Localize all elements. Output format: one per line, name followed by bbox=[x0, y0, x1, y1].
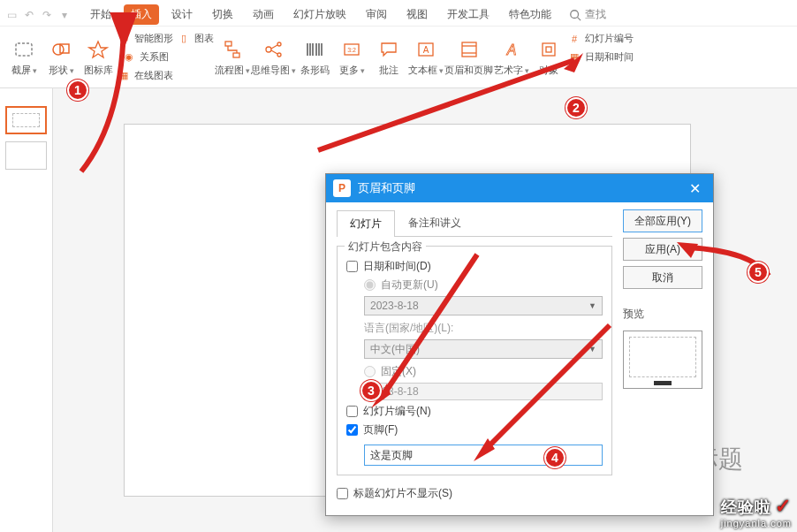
fixed-radio[interactable]: 固定(X) bbox=[364, 364, 603, 379]
headerfooter-icon bbox=[457, 37, 482, 62]
svg-text:A: A bbox=[423, 45, 429, 55]
datetime-checkbox[interactable]: 日期和时间(D) bbox=[346, 259, 603, 274]
ribbon-label: 艺术字▾ bbox=[494, 64, 529, 77]
textbox-icon: A bbox=[414, 37, 438, 62]
date-select[interactable]: 2023-8-18▼ bbox=[364, 296, 603, 315]
redo-icon[interactable]: ↷ bbox=[41, 9, 53, 21]
headerfooter-button[interactable]: 页眉和页脚 bbox=[444, 31, 493, 84]
chart-icon: ▯ bbox=[177, 32, 191, 46]
onlinechart-button[interactable]: ▦在线图表 bbox=[117, 67, 173, 84]
svg-point-9 bbox=[277, 42, 281, 46]
annotation-badge-2: 2 bbox=[565, 97, 587, 118]
barcode-button[interactable]: 条形码 bbox=[296, 31, 333, 84]
svg-rect-2 bbox=[16, 43, 32, 56]
datetime-icon: ▦ bbox=[567, 50, 581, 65]
onlinechart-icon: ▦ bbox=[117, 68, 131, 82]
auto-update-radio[interactable]: 自动更新(U) bbox=[364, 277, 603, 293]
tab-transition[interactable]: 切换 bbox=[205, 4, 240, 25]
ribbon-label: 页眉和页脚 bbox=[444, 64, 493, 77]
object-icon bbox=[536, 37, 561, 62]
search-button[interactable]: 查找 bbox=[569, 7, 606, 22]
ribbon-label: 条形码 bbox=[300, 64, 330, 77]
tab-insert[interactable]: 插入 bbox=[124, 4, 159, 25]
more-icon: 3:2 bbox=[339, 37, 364, 62]
relation-button[interactable]: ◉关系图 bbox=[117, 49, 173, 65]
slidenum-checkbox[interactable]: 幻灯片编号(N) bbox=[346, 404, 603, 419]
ribbon-label: 图表 bbox=[194, 32, 214, 45]
apply-all-button[interactable]: 全部应用(Y) bbox=[623, 209, 702, 232]
mindmap-icon bbox=[262, 37, 286, 62]
svg-marker-5 bbox=[89, 42, 107, 57]
svg-rect-6 bbox=[225, 42, 232, 46]
language-select[interactable]: 中文(中国)▼ bbox=[364, 339, 603, 359]
shape-button[interactable]: 形状▾ bbox=[42, 31, 80, 84]
ribbon-label: 幻灯片编号 bbox=[585, 32, 634, 45]
ribbon-label: 流程图▾ bbox=[215, 64, 250, 77]
screenshot-icon bbox=[11, 37, 36, 62]
tab-special[interactable]: 特色功能 bbox=[502, 4, 558, 25]
tab-animation[interactable]: 动画 bbox=[246, 4, 281, 25]
ribbon-label: 批注 bbox=[379, 64, 398, 77]
fixed-date-input: 2023-8-18 bbox=[364, 383, 603, 400]
comment-icon bbox=[376, 37, 401, 62]
preview-box bbox=[623, 331, 702, 389]
object-button[interactable]: 对象 bbox=[530, 31, 567, 84]
thumbnail-2[interactable] bbox=[5, 141, 47, 170]
search-icon bbox=[569, 9, 581, 21]
ribbon-label: 文本框▾ bbox=[408, 64, 444, 77]
svg-point-10 bbox=[277, 53, 281, 57]
barcode-icon bbox=[302, 37, 327, 62]
tab-slideshow[interactable]: 幻灯片放映 bbox=[286, 4, 353, 25]
ribbon-label: 截屏▾ bbox=[11, 64, 37, 77]
title-hide-checkbox[interactable]: 标题幻灯片不显示(S) bbox=[337, 486, 612, 501]
smartshape-button[interactable]: ▭智能图形 bbox=[117, 31, 173, 48]
wordart-icon: A bbox=[499, 37, 524, 62]
tab-notes[interactable]: 备注和讲义 bbox=[395, 209, 474, 236]
language-label: 语言(国家/地区)(L): bbox=[364, 321, 603, 336]
checkmark-icon: ✓ bbox=[775, 495, 791, 517]
textbox-button[interactable]: A 文本框▾ bbox=[407, 31, 444, 84]
tab-review[interactable]: 审阅 bbox=[359, 4, 394, 25]
ribbon-label: 更多▾ bbox=[339, 64, 365, 77]
more-button[interactable]: 3:2 更多▾ bbox=[333, 31, 370, 84]
dialog-tabs: 幻灯片 备注和讲义 bbox=[337, 209, 612, 237]
relation-icon: ◉ bbox=[122, 50, 136, 65]
insert-ribbon: 截屏▾ 形状▾ 图标库 ▭智能图形 ◉关系图 ▦在线图表 ▯图表 流程图▾ 思维… bbox=[0, 27, 797, 88]
qat-dropdown-icon[interactable]: ▾ bbox=[58, 9, 71, 21]
ribbon-label: 智能图形 bbox=[134, 32, 173, 45]
svg-text:A: A bbox=[506, 42, 517, 57]
save-icon[interactable]: ▭ bbox=[5, 9, 18, 21]
wordart-button[interactable]: A 艺术字▾ bbox=[493, 31, 530, 84]
footer-checkbox[interactable]: 页脚(F) bbox=[346, 422, 603, 437]
svg-text:3:2: 3:2 bbox=[347, 47, 356, 53]
slide-contains-group: 幻灯片包含内容 日期和时间(D) 自动更新(U) 2023-8-18▼ 语言(国… bbox=[337, 246, 612, 475]
comment-button[interactable]: 批注 bbox=[370, 31, 407, 84]
app-logo-icon: P bbox=[333, 179, 351, 197]
slidenum-button[interactable]: #幻灯片编号 bbox=[567, 31, 634, 48]
tab-start[interactable]: 开始 bbox=[83, 4, 118, 25]
chart-button[interactable]: ▯图表 bbox=[177, 31, 214, 48]
ribbon-label: 思维导图▾ bbox=[251, 64, 296, 77]
undo-icon[interactable]: ↶ bbox=[23, 9, 35, 21]
tab-slide[interactable]: 幻灯片 bbox=[337, 210, 395, 237]
tab-design[interactable]: 设计 bbox=[164, 4, 200, 25]
quick-access-toolbar: ▭ ↶ ↷ ▾ bbox=[5, 9, 71, 21]
annotation-badge-3: 3 bbox=[361, 380, 382, 401]
svg-rect-19 bbox=[543, 43, 555, 56]
mindmap-button[interactable]: 思维导图▾ bbox=[251, 31, 296, 84]
dialog-titlebar: P 页眉和页脚 ✕ bbox=[326, 174, 713, 202]
close-icon[interactable]: ✕ bbox=[684, 180, 706, 197]
watermark: 经验啦✓ jingyanla.com bbox=[721, 495, 792, 528]
cancel-button[interactable]: 取消 bbox=[623, 266, 702, 289]
flowchart-button[interactable]: 流程图▾ bbox=[214, 31, 251, 84]
ribbon-label: 图标库 bbox=[84, 64, 113, 77]
tab-devtools[interactable]: 开发工具 bbox=[440, 4, 497, 25]
tab-view[interactable]: 视图 bbox=[399, 4, 435, 25]
datetime-button[interactable]: ▦日期和时间 bbox=[567, 49, 634, 65]
header-footer-dialog: P 页眉和页脚 ✕ 幻灯片 备注和讲义 幻灯片包含内容 日期和时间(D) 自动更… bbox=[325, 173, 714, 516]
screenshot-button[interactable]: 截屏▾ bbox=[5, 31, 42, 84]
thumbnail-1[interactable] bbox=[5, 106, 47, 134]
iconlib-button[interactable]: 图标库 bbox=[80, 31, 117, 84]
apply-button[interactable]: 应用(A) bbox=[623, 238, 702, 261]
footer-input[interactable] bbox=[364, 445, 603, 466]
